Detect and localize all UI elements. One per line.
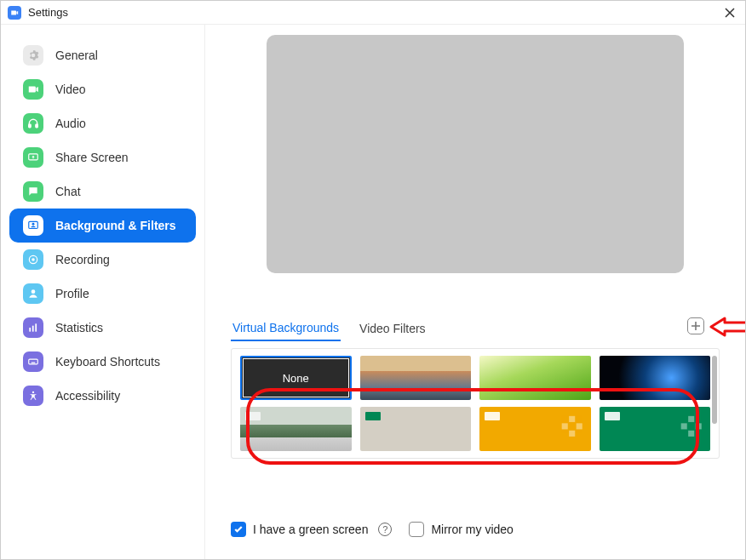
sidebar-item-keyboard-shortcuts[interactable]: Keyboard Shortcuts xyxy=(9,345,196,379)
sidebar-item-label: Keyboard Shortcuts xyxy=(55,355,160,369)
background-thumb-bridge[interactable] xyxy=(360,356,472,400)
svg-rect-17 xyxy=(688,416,694,422)
sidebar-item-label: Profile xyxy=(55,287,89,300)
svg-rect-19 xyxy=(688,431,694,437)
backgrounds-grid: None xyxy=(231,348,720,459)
sidebar-item-label: Statistics xyxy=(55,321,103,334)
help-icon[interactable]: ? xyxy=(378,523,392,536)
background-thumb-tan[interactable] xyxy=(360,407,472,451)
svg-rect-1 xyxy=(36,124,37,128)
svg-rect-20 xyxy=(681,423,687,429)
main-panel: Virtual Backgrounds Video Filters None xyxy=(205,25,745,559)
svg-point-7 xyxy=(32,289,36,294)
sidebar-item-label: Video xyxy=(55,83,86,96)
mirror-video-checkbox[interactable] xyxy=(409,522,424,537)
mirror-video-label: Mirror my video xyxy=(431,523,513,536)
background-filters-icon xyxy=(23,215,43,236)
svg-rect-18 xyxy=(696,423,702,429)
tab-video-filters[interactable]: Video Filters xyxy=(358,317,428,340)
background-thumb-none[interactable]: None xyxy=(240,356,352,400)
svg-point-12 xyxy=(32,391,34,393)
titlebar: Settings xyxy=(1,1,745,25)
gear-icon xyxy=(23,45,43,66)
sidebar-item-profile[interactable]: Profile xyxy=(9,277,196,311)
background-thumb-green[interactable] xyxy=(600,407,711,451)
svg-rect-16 xyxy=(561,423,567,429)
sidebar-item-label: Background & Filters xyxy=(55,219,176,232)
tab-virtual-backgrounds[interactable]: Virtual Backgrounds xyxy=(231,316,341,341)
chat-icon xyxy=(23,181,43,202)
video-preview xyxy=(267,35,684,273)
sidebar-item-statistics[interactable]: Statistics xyxy=(9,311,196,345)
sidebar-item-background-filters[interactable]: Background & Filters xyxy=(9,209,196,243)
sidebar: General Video Audio Share Screen Chat xyxy=(1,25,205,559)
video-icon xyxy=(23,79,43,100)
sidebar-item-label: Recording xyxy=(55,253,110,266)
sidebar-item-label: General xyxy=(55,49,98,62)
svg-point-4 xyxy=(32,223,35,226)
tabs-row: Virtual Backgrounds Video Filters xyxy=(231,316,720,341)
accessibility-icon xyxy=(23,386,43,406)
keyboard-icon xyxy=(23,351,43,372)
window-title: Settings xyxy=(28,6,721,19)
recording-icon xyxy=(23,249,43,270)
background-thumb-campus[interactable] xyxy=(240,407,352,451)
sidebar-item-label: Audio xyxy=(55,117,86,130)
svg-rect-11 xyxy=(29,359,38,364)
sidebar-item-label: Chat xyxy=(55,185,81,198)
green-screen-label: I have a green screen xyxy=(253,523,368,536)
footer-options: I have a green screen ? Mirror my video xyxy=(231,522,720,537)
sidebar-item-recording[interactable]: Recording xyxy=(9,243,196,277)
statistics-icon xyxy=(23,317,43,338)
svg-rect-14 xyxy=(576,423,582,429)
sidebar-item-accessibility[interactable]: Accessibility xyxy=(9,379,196,413)
svg-rect-9 xyxy=(32,326,34,332)
svg-rect-8 xyxy=(29,328,31,332)
svg-rect-13 xyxy=(569,416,575,422)
share-screen-icon xyxy=(23,147,43,168)
close-button[interactable] xyxy=(721,4,738,21)
sidebar-item-share-screen[interactable]: Share Screen xyxy=(9,140,196,174)
svg-rect-15 xyxy=(569,431,575,437)
sidebar-item-general[interactable]: General xyxy=(9,38,196,72)
green-screen-checkbox[interactable] xyxy=(231,522,246,537)
sidebar-item-label: Share Screen xyxy=(55,151,129,164)
add-background-button[interactable] xyxy=(687,317,704,334)
thumb-none-label: None xyxy=(283,372,309,385)
headphones-icon xyxy=(23,113,43,134)
profile-icon xyxy=(23,283,43,304)
zoom-app-icon xyxy=(8,6,21,20)
backgrounds-scrollbar[interactable] xyxy=(712,356,717,424)
sidebar-item-video[interactable]: Video xyxy=(9,72,196,106)
sidebar-item-chat[interactable]: Chat xyxy=(9,174,196,209)
background-thumb-grass[interactable] xyxy=(479,356,591,400)
background-thumb-earth[interactable] xyxy=(600,356,711,400)
sidebar-item-audio[interactable]: Audio xyxy=(9,106,196,140)
sidebar-item-label: Accessibility xyxy=(55,389,120,403)
background-thumb-orange[interactable] xyxy=(479,407,591,451)
svg-rect-10 xyxy=(35,323,37,331)
svg-rect-0 xyxy=(29,124,31,128)
svg-point-6 xyxy=(32,258,35,261)
